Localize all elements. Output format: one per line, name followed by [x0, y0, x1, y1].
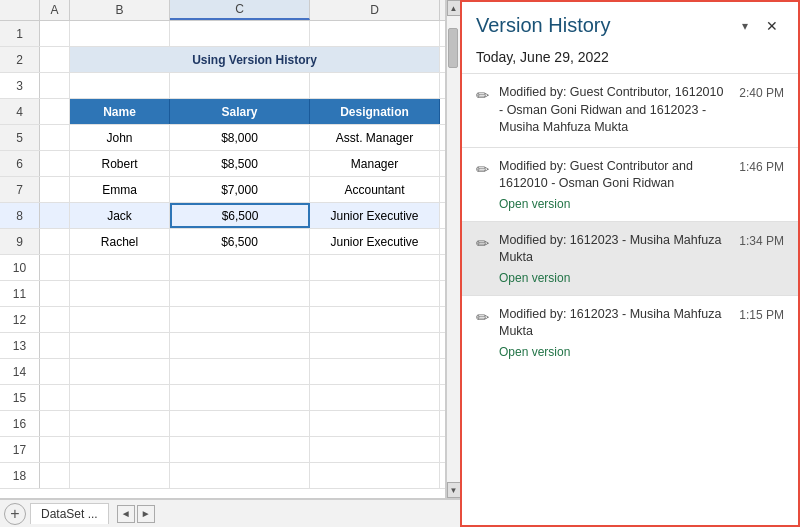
cell-1a[interactable]: [40, 21, 70, 46]
vh-open-link-3[interactable]: Open version: [499, 271, 570, 285]
cell-12b[interactable]: [70, 307, 170, 332]
cell-desig-emma[interactable]: Accountant: [310, 177, 440, 202]
cell-salary-rachel[interactable]: $6,500: [170, 229, 310, 254]
row-13: 13: [0, 333, 445, 359]
cell-10b[interactable]: [70, 255, 170, 280]
cell-desig-rachel[interactable]: Junior Executive: [310, 229, 440, 254]
row-16: 16: [0, 411, 445, 437]
cell-15c[interactable]: [170, 385, 310, 410]
col-header-d[interactable]: D: [310, 0, 440, 20]
cell-desig-robert[interactable]: Manager: [310, 151, 440, 176]
cell-3a[interactable]: [40, 73, 70, 98]
cell-16b[interactable]: [70, 411, 170, 436]
cell-11d[interactable]: [310, 281, 440, 306]
cell-8a[interactable]: [40, 203, 70, 228]
cell-17b[interactable]: [70, 437, 170, 462]
cell-11c[interactable]: [170, 281, 310, 306]
vh-open-link-4[interactable]: Open version: [499, 345, 570, 359]
col-header-c[interactable]: C: [170, 0, 310, 20]
cell-name-robert[interactable]: Robert: [70, 151, 170, 176]
cell-name-jack[interactable]: Jack: [70, 203, 170, 228]
cell-salary-jack[interactable]: $6,500: [170, 203, 310, 228]
col-header-a[interactable]: A: [40, 0, 70, 20]
cell-18a[interactable]: [40, 463, 70, 488]
vh-open-link-2[interactable]: Open version: [499, 197, 570, 211]
vh-dropdown-button[interactable]: ▾: [738, 17, 752, 35]
cell-15d[interactable]: [310, 385, 440, 410]
row-12: 12: [0, 307, 445, 333]
add-sheet-button[interactable]: +: [4, 503, 26, 525]
vertical-scrollbar[interactable]: ▲ ▼: [446, 0, 460, 498]
sheet-nav-left[interactable]: ◄: [117, 505, 135, 523]
cell-18b[interactable]: [70, 463, 170, 488]
cell-3c[interactable]: [170, 73, 310, 98]
col-header-b[interactable]: B: [70, 0, 170, 20]
cell-4a[interactable]: [40, 99, 70, 124]
vh-date-header: Today, June 29, 2022: [462, 45, 798, 73]
cell-salary-john[interactable]: $8,000: [170, 125, 310, 150]
cell-15a[interactable]: [40, 385, 70, 410]
cell-12a[interactable]: [40, 307, 70, 332]
cell-1b[interactable]: [70, 21, 170, 46]
cell-2a[interactable]: [40, 47, 70, 72]
cell-6a[interactable]: [40, 151, 70, 176]
cell-12c[interactable]: [170, 307, 310, 332]
vh-close-button[interactable]: ✕: [760, 16, 784, 36]
scroll-down-button[interactable]: ▼: [447, 482, 461, 498]
cell-salary-emma[interactable]: $7,000: [170, 177, 310, 202]
pencil-icon-3: ✏: [476, 234, 489, 285]
cell-name-rachel[interactable]: Rachel: [70, 229, 170, 254]
cell-14a[interactable]: [40, 359, 70, 384]
cell-11b[interactable]: [70, 281, 170, 306]
cell-9a[interactable]: [40, 229, 70, 254]
cell-16c[interactable]: [170, 411, 310, 436]
cell-name-emma[interactable]: Emma: [70, 177, 170, 202]
sheet-nav-right[interactable]: ►: [137, 505, 155, 523]
cell-3b[interactable]: [70, 73, 170, 98]
vh-entry-text-4: Modified by: 1612023 - Musiha Mahfuza Mu…: [499, 306, 729, 341]
pencil-icon-2: ✏: [476, 160, 489, 211]
cell-18d[interactable]: [310, 463, 440, 488]
cell-10a[interactable]: [40, 255, 70, 280]
cell-12d[interactable]: [310, 307, 440, 332]
scroll-up-button[interactable]: ▲: [447, 0, 461, 16]
cell-10c[interactable]: [170, 255, 310, 280]
cell-13a[interactable]: [40, 333, 70, 358]
cell-desig-john[interactable]: Asst. Manager: [310, 125, 440, 150]
cell-18c[interactable]: [170, 463, 310, 488]
cell-15b[interactable]: [70, 385, 170, 410]
cell-10d[interactable]: [310, 255, 440, 280]
vh-header: Version History ▾ ✕: [462, 2, 798, 45]
row-num-13: 13: [0, 333, 40, 358]
version-history-panel: Version History ▾ ✕ Today, June 29, 2022…: [460, 0, 800, 527]
cell-16d[interactable]: [310, 411, 440, 436]
cell-name-john[interactable]: John: [70, 125, 170, 150]
row-num-6: 6: [0, 151, 40, 176]
vh-entry-content-3: Modified by: 1612023 - Musiha Mahfuza Mu…: [499, 232, 729, 285]
cell-14d[interactable]: [310, 359, 440, 384]
sheet-tab-dataset[interactable]: DataSet ...: [30, 503, 109, 524]
cell-3d[interactable]: [310, 73, 440, 98]
scroll-thumb[interactable]: [448, 28, 458, 68]
cell-17c[interactable]: [170, 437, 310, 462]
cell-desig-jack[interactable]: Junior Executive: [310, 203, 440, 228]
cell-13b[interactable]: [70, 333, 170, 358]
row-num-7: 7: [0, 177, 40, 202]
cell-7a[interactable]: [40, 177, 70, 202]
cell-14c[interactable]: [170, 359, 310, 384]
cell-1d[interactable]: [310, 21, 440, 46]
cell-13d[interactable]: [310, 333, 440, 358]
cell-1c[interactable]: [170, 21, 310, 46]
cell-16a[interactable]: [40, 411, 70, 436]
cell-14b[interactable]: [70, 359, 170, 384]
cell-13c[interactable]: [170, 333, 310, 358]
cell-5a[interactable]: [40, 125, 70, 150]
cell-17d[interactable]: [310, 437, 440, 462]
cell-17a[interactable]: [40, 437, 70, 462]
cell-salary-robert[interactable]: $8,500: [170, 151, 310, 176]
scroll-track[interactable]: [447, 16, 460, 482]
vh-entry-text-1: Modified by: Guest Contributor, 1612010 …: [499, 84, 729, 137]
vh-entry-time-4: 1:15 PM: [739, 308, 784, 359]
cell-11a[interactable]: [40, 281, 70, 306]
row-num-3: 3: [0, 73, 40, 98]
